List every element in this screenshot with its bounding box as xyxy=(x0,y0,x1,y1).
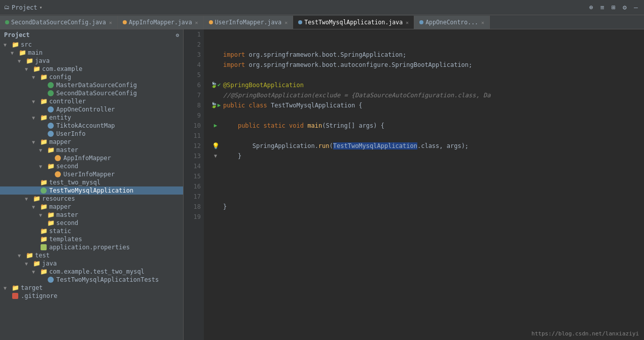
sidebar-item-master-config[interactable]: MasterDataSourceConfig xyxy=(0,81,183,89)
run-icon[interactable]: ▶ xyxy=(214,121,218,131)
sidebar-item-entity[interactable]: ▼📁entity xyxy=(0,114,183,122)
code-text-2 xyxy=(223,40,644,50)
sidebar-item-mapper[interactable]: ▼📁mapper xyxy=(0,138,183,146)
sidebar-item-res-master[interactable]: ▼📁master xyxy=(0,211,183,219)
tree-icon-folder: 📁 xyxy=(40,73,48,81)
sidebar-item-testtwo-app[interactable]: TestTwoMysqlApplication xyxy=(0,186,183,195)
sidebar-item-appinfomapper[interactable]: AppInfoMapper xyxy=(0,154,183,162)
fold-icon[interactable]: ▼ xyxy=(214,151,217,161)
sidebar-item-res-mapper[interactable]: ▼📁mapper xyxy=(0,203,183,211)
close-icon-userinfo[interactable]: ✕ xyxy=(284,20,288,25)
tree-label: entity xyxy=(49,114,71,121)
tree-label: src xyxy=(21,41,32,48)
bulb-icon[interactable]: 💡 xyxy=(212,141,220,151)
close-icon-testtwomysql[interactable]: ✕ xyxy=(406,20,409,25)
sidebar-item-mapper-second[interactable]: ▼📁second xyxy=(0,162,183,170)
sidebar-header: Project ⚙ xyxy=(0,29,183,41)
add-icon[interactable]: ⊕ xyxy=(587,4,595,12)
settings-icon[interactable]: ⚙ xyxy=(621,4,629,12)
sidebar-item-test-folder[interactable]: ▼📁test xyxy=(0,251,183,259)
close-icon-second[interactable]: ✕ xyxy=(109,20,112,25)
sidebar: Project ⚙ ▼📁src▼📁main▼📁java▼📁com.example… xyxy=(0,29,184,340)
sidebar-item-app-one-ctrl[interactable]: AppOneController xyxy=(0,105,183,114)
folder-icon: 📁 xyxy=(47,219,55,226)
tab-userinfo[interactable]: UserInfoMapper.java ✕ xyxy=(204,16,294,29)
line-number-18: 18 xyxy=(187,202,201,212)
chevron-down-icon[interactable]: ▾ xyxy=(40,5,43,10)
minimize-icon[interactable]: — xyxy=(632,4,640,12)
close-icon-appone[interactable]: ✕ xyxy=(481,20,484,25)
sidebar-item-target[interactable]: ▼📁target xyxy=(0,284,183,292)
tab-label-appinfo: AppInfoMapper.java xyxy=(129,19,192,26)
tree-arrow: ▼ xyxy=(25,66,31,72)
java-green-icon xyxy=(48,90,54,96)
tree-icon-folder: 📁 xyxy=(47,211,55,218)
code-lines[interactable]: import org.springframework.boot.SpringAp… xyxy=(204,29,644,340)
folder-icon: 📁 xyxy=(40,228,48,235)
sidebar-item-com-example[interactable]: ▼📁com.example xyxy=(0,65,183,73)
sidebar-item-test-java[interactable]: ▼📁java xyxy=(0,259,183,268)
tab-appone[interactable]: AppOneContro... ✕ xyxy=(414,16,490,29)
grid-icon[interactable]: ⊞ xyxy=(610,4,618,12)
java-blue-icon xyxy=(48,131,54,137)
sidebar-header-icons: ⚙ xyxy=(175,32,179,39)
code-text-15 xyxy=(223,171,644,181)
sidebar-item-config[interactable]: ▼📁config xyxy=(0,73,183,81)
sidebar-item-test-pkg[interactable]: ▼📁com.example.test_two_mysql xyxy=(0,268,183,276)
folder-blue-icon: 📁 xyxy=(33,260,41,267)
tree-icon-java-orange xyxy=(54,155,62,162)
java-orange-icon xyxy=(55,171,61,177)
tree-icon-folder: 📁 xyxy=(40,179,48,186)
tab-appinfo[interactable]: AppInfoMapper.java ✕ xyxy=(118,16,204,29)
sidebar-item-userinfo-entity[interactable]: UserInfo xyxy=(0,130,183,138)
list-icon[interactable]: ≡ xyxy=(598,4,606,12)
sidebar-item-gitignore[interactable]: .gitignore xyxy=(0,292,183,300)
sidebar-item-static-folder[interactable]: 📁static xyxy=(0,227,183,235)
tree-arrow: ▼ xyxy=(32,139,38,145)
sidebar-item-test-class[interactable]: TestTwoMysqlApplicationTests xyxy=(0,276,183,284)
sidebar-item-src[interactable]: ▼📁src xyxy=(0,41,183,49)
sidebar-item-second-config[interactable]: SecondDataSourceConfig xyxy=(0,89,183,97)
sidebar-item-main[interactable]: ▼📁main xyxy=(0,49,183,57)
sidebar-item-userinfomapper[interactable]: UserInfoMapper xyxy=(0,170,183,178)
tab-dot-appone xyxy=(419,20,423,24)
tree-icon-folder: 📁 xyxy=(40,114,48,121)
sidebar-item-templates-folder[interactable]: 📁templates xyxy=(0,235,183,243)
sidebar-item-test-two-mysql-folder[interactable]: 📁test_two_mysql xyxy=(0,178,183,186)
line-number-17: 17 xyxy=(187,192,201,202)
tree-arrow: ▼ xyxy=(32,74,38,80)
tab-dot-userinfo xyxy=(209,20,213,24)
tree-label: test_two_mysql xyxy=(49,179,100,186)
sidebar-item-resources[interactable]: ▼📁resources xyxy=(0,195,183,203)
tree-arrow: ▼ xyxy=(18,58,24,64)
tree-icon-folder: 📁 xyxy=(47,219,55,226)
sidebar-item-app-props[interactable]: application.properties xyxy=(0,243,183,251)
code-text-17 xyxy=(223,192,644,202)
tree-label: UserInfo xyxy=(56,130,86,137)
tab-testtwomysql[interactable]: TestTwoMysqlApplication.java ✕ xyxy=(293,16,414,29)
code-line-15 xyxy=(208,171,644,181)
code-line-5 xyxy=(208,70,644,80)
folder-icon: 📁 xyxy=(40,179,48,186)
tree-label: master xyxy=(56,211,78,218)
code-editor[interactable]: 12345678910111213141516171819 import org… xyxy=(184,29,644,340)
tree-label: TestTwoMysqlApplication xyxy=(49,187,133,194)
project-title: Project xyxy=(12,4,38,11)
folder-icon: 📁 xyxy=(40,73,48,81)
sidebar-item-res-second[interactable]: 📁second xyxy=(0,219,183,227)
sidebar-item-java[interactable]: ▼📁java xyxy=(0,57,183,65)
sidebar-item-mapper-master[interactable]: ▼📁master xyxy=(0,146,183,154)
sidebar-item-controller[interactable]: ▼📁controller xyxy=(0,97,183,105)
folder-icon: 📁 xyxy=(33,195,41,202)
code-line-14 xyxy=(208,161,644,171)
tree-label: application.properties xyxy=(49,244,130,251)
tab-second[interactable]: SecondDataSourceConfig.java ✕ xyxy=(0,16,118,29)
sidebar-gear-icon[interactable]: ⚙ xyxy=(175,32,179,39)
line-number-16: 16 xyxy=(187,181,201,192)
tree-label: com.example.test_two_mysql xyxy=(49,268,145,275)
tree-icon-folder: 📁 xyxy=(40,203,48,210)
tree-label: test xyxy=(35,252,50,259)
java-spring-icon xyxy=(41,187,47,194)
sidebar-item-tiktok[interactable]: TiktokAccountMap xyxy=(0,122,183,130)
close-icon-appinfo[interactable]: ✕ xyxy=(195,20,198,25)
